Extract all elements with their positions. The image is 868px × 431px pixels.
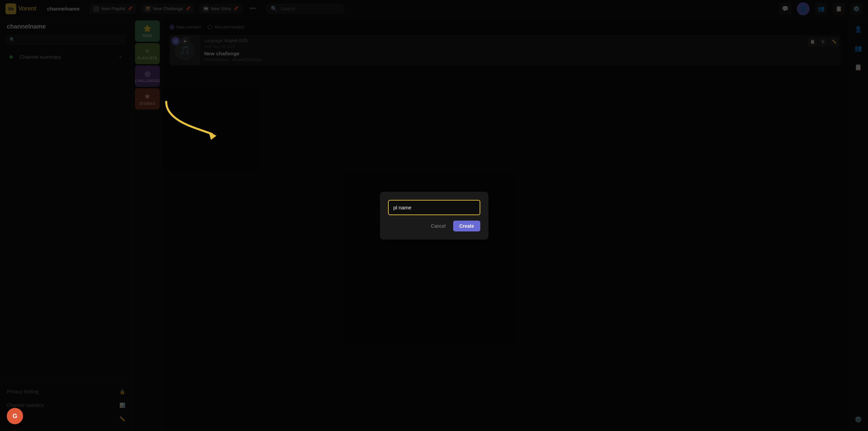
playlist-name-input[interactable] <box>388 200 480 215</box>
arrow-annotation <box>156 95 224 144</box>
modal-dialog: Cancel Create <box>380 192 488 240</box>
modal-buttons: Cancel Create <box>388 221 480 231</box>
create-button[interactable]: Create <box>453 221 480 231</box>
svg-marker-0 <box>209 132 216 140</box>
cancel-button[interactable]: Cancel <box>427 221 450 231</box>
grammarly-widget[interactable]: G <box>7 408 23 424</box>
modal-overlay: Cancel Create <box>0 0 868 431</box>
